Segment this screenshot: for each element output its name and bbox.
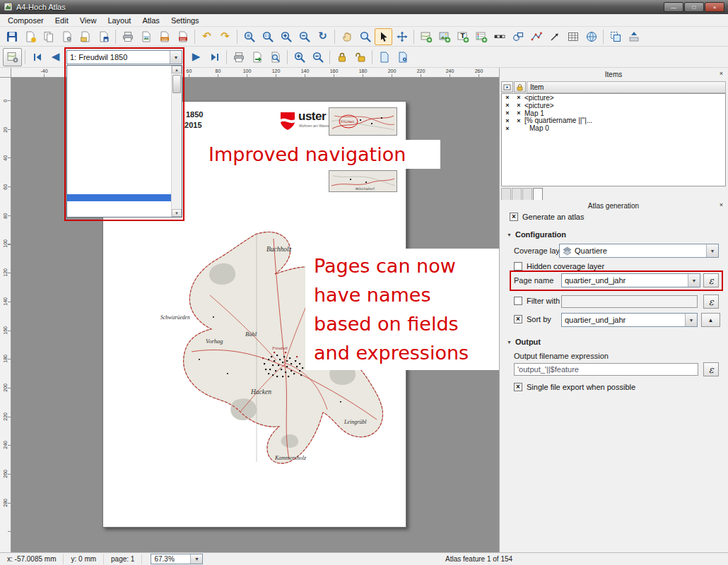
- lock-items-button[interactable]: [333, 49, 351, 66]
- item-row[interactable]: × × <picture>: [502, 102, 725, 109]
- load-template-button[interactable]: [76, 28, 94, 45]
- visibility-check[interactable]: ×: [502, 117, 513, 124]
- visibility-check[interactable]: ×: [502, 102, 513, 109]
- dropdown-item[interactable]: [67, 179, 171, 186]
- hidden-coverage-checkbox[interactable]: [514, 262, 522, 270]
- item-row[interactable]: × Map 0: [502, 124, 725, 132]
- pan-tool-button[interactable]: [338, 28, 356, 45]
- sort-by-checkbox[interactable]: ×: [514, 315, 522, 323]
- print-atlas-button[interactable]: [230, 49, 247, 66]
- atlas-settings-button[interactable]: [3, 48, 22, 66]
- visibility-column-button[interactable]: [501, 81, 513, 93]
- export-svg-button[interactable]: SVG: [155, 28, 173, 45]
- atlas-feature-combo[interactable]: 1: Freudwil 1850 ▼: [66, 50, 182, 64]
- add-arrow-button[interactable]: [546, 28, 563, 45]
- zoom-in-atlas-button[interactable]: [290, 49, 308, 66]
- save-project-button[interactable]: [3, 28, 20, 45]
- dropdown-item[interactable]: [67, 88, 171, 96]
- dropdown-scrollbar[interactable]: ▲ ▼: [171, 66, 182, 217]
- menu-layout[interactable]: Layout: [102, 16, 136, 25]
- minimize-button[interactable]: —: [664, 2, 683, 12]
- select-move-item-button[interactable]: [375, 28, 392, 45]
- add-page-button[interactable]: [375, 49, 393, 66]
- visibility-check[interactable]: ×: [502, 125, 513, 132]
- move-content-button[interactable]: [393, 28, 411, 45]
- close-icon[interactable]: ×: [720, 70, 723, 77]
- last-feature-button[interactable]: [206, 49, 223, 66]
- zoom-in-button[interactable]: [277, 28, 295, 45]
- dropdown-item[interactable]: [67, 81, 171, 88]
- scroll-up-icon[interactable]: ▲: [172, 66, 182, 73]
- single-file-checkbox[interactable]: ×: [514, 383, 522, 391]
- export-pdf-button[interactable]: PDF: [174, 28, 192, 45]
- page-setup-button[interactable]: [394, 49, 411, 66]
- zoom-full-button[interactable]: [240, 28, 258, 45]
- filter-expression-field[interactable]: [561, 295, 698, 308]
- output-filename-field[interactable]: 'output_'||$feature: [514, 363, 698, 376]
- refresh-button[interactable]: ↻: [314, 28, 331, 45]
- dropdown-item[interactable]: [67, 73, 171, 81]
- group-items-button[interactable]: [606, 28, 624, 45]
- sort-by-combo[interactable]: quartier_und_jahr ▼: [561, 313, 698, 327]
- menu-settings[interactable]: Settings: [165, 16, 205, 25]
- dropdown-item[interactable]: [67, 96, 171, 104]
- lock-check[interactable]: ×: [513, 109, 524, 117]
- uster-shield-logo[interactable]: [280, 112, 295, 132]
- panel-tab[interactable]: [512, 188, 522, 200]
- dropdown-item[interactable]: [67, 194, 171, 202]
- dropdown-item[interactable]: [67, 119, 171, 126]
- zoom-out-button[interactable]: [295, 28, 313, 45]
- chevron-down-icon[interactable]: ▼: [685, 314, 697, 326]
- lock-column-button[interactable]: [514, 81, 526, 93]
- chevron-down-icon[interactable]: ▼: [688, 274, 700, 287]
- add-scalebar-button[interactable]: [491, 28, 508, 45]
- panel-tab[interactable]: [501, 188, 511, 200]
- page-name-expression-button[interactable]: ε: [703, 273, 719, 287]
- page-title-year-top[interactable]: 1850: [186, 110, 203, 119]
- zoom-tool-button[interactable]: [356, 28, 374, 45]
- raise-items-button[interactable]: [625, 28, 642, 45]
- sort-direction-button[interactable]: ▲: [701, 313, 720, 327]
- filename-expression-button[interactable]: ε: [703, 362, 719, 376]
- dropdown-item[interactable]: [67, 209, 171, 217]
- dropdown-item[interactable]: [67, 133, 171, 141]
- zoom-actual-button[interactable]: 1:1: [259, 28, 276, 45]
- first-feature-button[interactable]: [28, 49, 46, 66]
- visibility-check[interactable]: ×: [502, 94, 513, 101]
- zoom-level-combo[interactable]: 67.3% ▼: [151, 554, 203, 564]
- print-button[interactable]: [119, 28, 136, 45]
- export-image-button[interactable]: [137, 28, 155, 45]
- generate-atlas-checkbox[interactable]: ×: [510, 213, 518, 221]
- scrollbar-thumb[interactable]: [172, 75, 181, 93]
- page-name-combo[interactable]: quartier_und_jahr ▼: [561, 273, 700, 287]
- configuration-group-header[interactable]: ▼ Configuration: [507, 230, 566, 239]
- close-button[interactable]: ×: [705, 2, 724, 12]
- overview-map-thumbnail-1[interactable]: Freudwil: [329, 107, 397, 137]
- coverage-layer-combo[interactable]: Quartiere ▼: [559, 244, 719, 258]
- menu-composer[interactable]: Composer: [2, 16, 49, 25]
- dropdown-item[interactable]: [67, 164, 171, 172]
- composer-manager-button[interactable]: [58, 28, 76, 45]
- dropdown-item[interactable]: [67, 66, 171, 73]
- unlock-items-button[interactable]: [351, 49, 369, 66]
- maximize-button[interactable]: □: [684, 2, 704, 12]
- add-label-button[interactable]: T: [454, 28, 471, 45]
- dropdown-item[interactable]: [67, 172, 171, 179]
- dropdown-item[interactable]: [67, 186, 171, 194]
- lock-check[interactable]: ×: [513, 117, 524, 124]
- redo-button[interactable]: ↷: [216, 28, 234, 45]
- dropdown-item[interactable]: [67, 149, 171, 157]
- close-icon[interactable]: ×: [720, 201, 723, 208]
- menu-atlas[interactable]: Atlas: [136, 16, 165, 25]
- new-composition-button[interactable]: [21, 28, 39, 45]
- add-nodes-button[interactable]: [527, 28, 545, 45]
- lock-check[interactable]: ×: [513, 102, 524, 109]
- next-feature-button[interactable]: ▶: [187, 49, 205, 66]
- menu-edit[interactable]: Edit: [49, 16, 74, 25]
- zoom-out-atlas-button[interactable]: [309, 49, 327, 66]
- panel-tab[interactable]: [522, 188, 532, 200]
- export-atlas-button[interactable]: [248, 49, 266, 66]
- chevron-down-icon[interactable]: ▼: [706, 244, 718, 257]
- add-legend-button[interactable]: [472, 28, 490, 45]
- page-title-year-bottom[interactable]: l 2015: [180, 121, 202, 129]
